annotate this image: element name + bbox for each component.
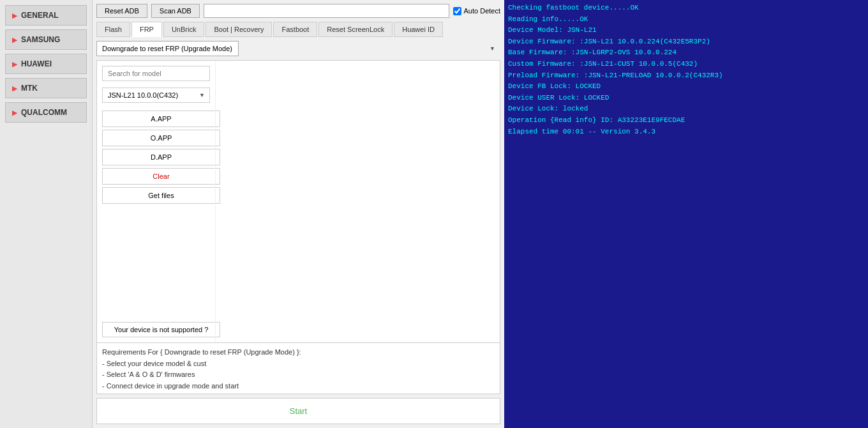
requirements-line-3: - Connect device in upgrade mode and sta… (102, 381, 495, 392)
arrow-icon: ▶ (12, 109, 17, 116)
requirements-line-1: - Select your device model & cust (102, 358, 495, 370)
scan-adb-button[interactable]: Scan ADB (151, 4, 200, 18)
requirements-line-2: - Select 'A & O & D' firmwares (102, 369, 495, 381)
start-button[interactable]: Start (97, 399, 500, 424)
sidebar-item-general[interactable]: ▶ GENERAL (5, 5, 87, 26)
reset-adb-button[interactable]: Reset ADB (96, 4, 147, 18)
tab-flash[interactable]: Flash (96, 22, 130, 37)
requirements-title: Requirements For { Downgrade to reset FR… (102, 347, 495, 358)
auto-detect-wrap: Auto Detect (453, 7, 500, 15)
sidebar-item-label: GENERAL (21, 11, 59, 20)
log-line: Custom Firmware: :JSN-L21-CUST 10.0.0.5(… (508, 59, 864, 70)
auto-detect-label: Auto Detect (464, 7, 500, 15)
tab-boot-recovery[interactable]: Boot | Recovery (206, 22, 272, 37)
sidebar-item-label: SAMSUNG (21, 35, 60, 44)
log-line: Device Model: JSN-L21 (508, 25, 864, 36)
get-files-button[interactable]: Get files (102, 187, 220, 204)
log-line: Device Firmware: :JSN-L21 10.0.0.224(C43… (508, 36, 864, 48)
arrow-icon: ▶ (12, 85, 17, 92)
log-line: Reading info.....OK (508, 14, 864, 26)
o-app-button[interactable]: O.APP (102, 130, 220, 146)
log-line: Base Firmware: :JSN-LGRP2-OVS 10.0.0.224 (508, 47, 864, 59)
panel-right (215, 61, 500, 342)
sidebar: ▶ GENERAL ▶ SAMSUNG ▶ HUAWEI ▶ MTK ▶ QUA… (0, 0, 93, 428)
sidebar-item-qualcomm[interactable]: ▶ QUALCOMM (5, 102, 87, 123)
mode-dropdown[interactable]: Downgrade to reset FRP (Upgrade Mode) (96, 41, 239, 56)
start-button-wrap: Start (96, 398, 500, 424)
sidebar-item-mtk[interactable]: ▶ MTK (5, 78, 87, 98)
a-app-button[interactable]: A.APP (102, 111, 220, 127)
tabs: Flash FRP UnBrick Boot | Recovery Fastbo… (96, 22, 500, 37)
sidebar-item-samsung[interactable]: ▶ SAMSUNG (5, 29, 87, 50)
auto-detect-checkbox[interactable] (453, 7, 461, 15)
mode-dropdown-wrap: Downgrade to reset FRP (Upgrade Mode) (96, 41, 500, 56)
arrow-icon: ▶ (12, 61, 17, 68)
not-supported-button[interactable]: Your device is not supported ? (102, 322, 220, 337)
device-input[interactable] (204, 4, 449, 18)
sidebar-item-label: HUAWEI (21, 59, 52, 68)
search-model-input[interactable] (102, 66, 210, 81)
log-panel: Checking fastboot device.....OKReading i… (504, 0, 868, 428)
model-dropdown[interactable]: JSN-L21 10.0.0(C432) (102, 88, 210, 103)
mode-dropdown-row: Downgrade to reset FRP (Upgrade Mode) (96, 41, 500, 56)
main-content: Reset ADB Scan ADB Auto Detect Flash FRP… (93, 0, 504, 428)
clear-button[interactable]: Clear (102, 168, 220, 185)
log-line: Device FB Lock: LOCKED (508, 81, 864, 93)
log-line: Checking fastboot device.....OK (508, 3, 864, 14)
main-panel: JSN-L21 10.0.0(C432) A.APP O.APP D.APP C… (96, 60, 500, 394)
arrow-icon: ▶ (12, 36, 17, 43)
log-line: Preload Firmware: :JSN-L21-PRELOAD 10.0.… (508, 70, 864, 82)
model-dropdown-wrap: JSN-L21 10.0.0(C432) (102, 88, 210, 103)
sidebar-item-huawei[interactable]: ▶ HUAWEI (5, 54, 87, 74)
file-buttons: A.APP O.APP D.APP Clear Get files (102, 111, 220, 204)
panel-inner: JSN-L21 10.0.0(C432) A.APP O.APP D.APP C… (97, 61, 500, 342)
top-bar: Reset ADB Scan ADB Auto Detect (96, 4, 500, 18)
tab-unbrick[interactable]: UnBrick (163, 22, 205, 37)
log-line: Operation {Read info} ID: A33223E1E9FECD… (508, 115, 864, 126)
arrow-icon: ▶ (12, 12, 17, 19)
tab-huawei-id[interactable]: Huawei ID (394, 22, 443, 37)
log-line: Elapsed time 00:01 -- Version 3.4.3 (508, 126, 864, 138)
sidebar-item-label: QUALCOMM (21, 108, 67, 117)
log-line: Device Lock: locked (508, 103, 864, 115)
requirements-panel: Requirements For { Downgrade to reset FR… (97, 342, 500, 394)
panel-left: JSN-L21 10.0.0(C432) A.APP O.APP D.APP C… (97, 61, 215, 342)
tab-frp[interactable]: FRP (131, 22, 162, 37)
tab-fastboot[interactable]: Fastboot (273, 22, 317, 37)
tab-reset-screenlock[interactable]: Reset ScreenLock (318, 22, 393, 37)
log-line: Device USER Lock: LOCKED (508, 93, 864, 104)
sidebar-item-label: MTK (21, 84, 38, 93)
d-app-button[interactable]: D.APP (102, 149, 220, 165)
